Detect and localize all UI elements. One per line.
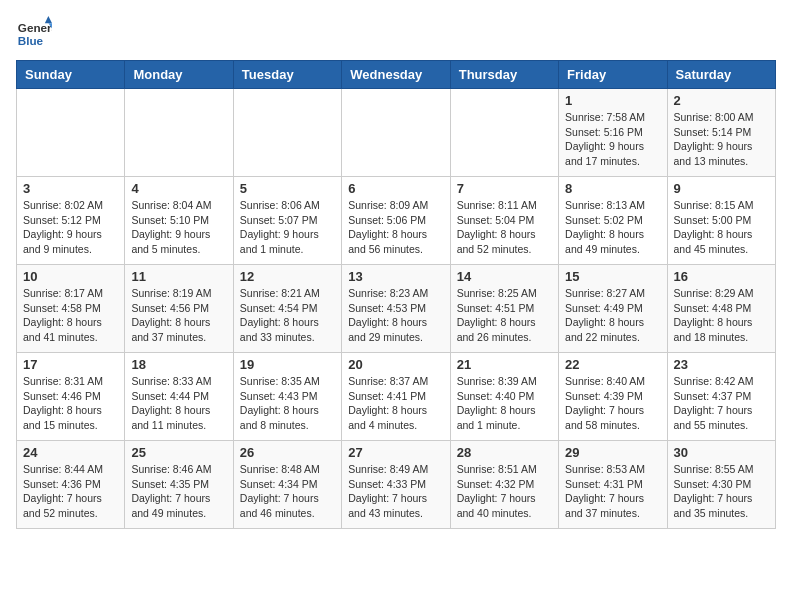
logo-icon: General Blue bbox=[16, 16, 52, 52]
day-info: Sunrise: 8:27 AM Sunset: 4:49 PM Dayligh… bbox=[565, 286, 660, 345]
day-number: 6 bbox=[348, 181, 443, 196]
weekday-header-cell: Saturday bbox=[667, 61, 775, 89]
page-header: General Blue bbox=[16, 16, 776, 52]
calendar-day-cell: 4Sunrise: 8:04 AM Sunset: 5:10 PM Daylig… bbox=[125, 177, 233, 265]
calendar-day-cell: 15Sunrise: 8:27 AM Sunset: 4:49 PM Dayli… bbox=[559, 265, 667, 353]
day-number: 18 bbox=[131, 357, 226, 372]
day-number: 13 bbox=[348, 269, 443, 284]
day-number: 16 bbox=[674, 269, 769, 284]
weekday-header-cell: Monday bbox=[125, 61, 233, 89]
day-info: Sunrise: 8:55 AM Sunset: 4:30 PM Dayligh… bbox=[674, 462, 769, 521]
day-number: 20 bbox=[348, 357, 443, 372]
calendar-day-cell: 17Sunrise: 8:31 AM Sunset: 4:46 PM Dayli… bbox=[17, 353, 125, 441]
weekday-header-cell: Thursday bbox=[450, 61, 558, 89]
calendar-day-cell: 13Sunrise: 8:23 AM Sunset: 4:53 PM Dayli… bbox=[342, 265, 450, 353]
day-number: 19 bbox=[240, 357, 335, 372]
calendar-day-cell: 22Sunrise: 8:40 AM Sunset: 4:39 PM Dayli… bbox=[559, 353, 667, 441]
day-info: Sunrise: 8:51 AM Sunset: 4:32 PM Dayligh… bbox=[457, 462, 552, 521]
day-info: Sunrise: 8:02 AM Sunset: 5:12 PM Dayligh… bbox=[23, 198, 118, 257]
calendar-day-cell bbox=[450, 89, 558, 177]
day-number: 11 bbox=[131, 269, 226, 284]
day-number: 3 bbox=[23, 181, 118, 196]
calendar-day-cell: 3Sunrise: 8:02 AM Sunset: 5:12 PM Daylig… bbox=[17, 177, 125, 265]
day-info: Sunrise: 8:23 AM Sunset: 4:53 PM Dayligh… bbox=[348, 286, 443, 345]
calendar-day-cell: 14Sunrise: 8:25 AM Sunset: 4:51 PM Dayli… bbox=[450, 265, 558, 353]
day-number: 24 bbox=[23, 445, 118, 460]
calendar-day-cell: 19Sunrise: 8:35 AM Sunset: 4:43 PM Dayli… bbox=[233, 353, 341, 441]
day-number: 7 bbox=[457, 181, 552, 196]
day-info: Sunrise: 8:09 AM Sunset: 5:06 PM Dayligh… bbox=[348, 198, 443, 257]
calendar-day-cell: 29Sunrise: 8:53 AM Sunset: 4:31 PM Dayli… bbox=[559, 441, 667, 529]
calendar-day-cell: 7Sunrise: 8:11 AM Sunset: 5:04 PM Daylig… bbox=[450, 177, 558, 265]
day-number: 27 bbox=[348, 445, 443, 460]
day-number: 4 bbox=[131, 181, 226, 196]
day-info: Sunrise: 8:29 AM Sunset: 4:48 PM Dayligh… bbox=[674, 286, 769, 345]
svg-text:Blue: Blue bbox=[18, 34, 44, 47]
weekday-header-row: SundayMondayTuesdayWednesdayThursdayFrid… bbox=[17, 61, 776, 89]
day-info: Sunrise: 8:21 AM Sunset: 4:54 PM Dayligh… bbox=[240, 286, 335, 345]
calendar-day-cell: 6Sunrise: 8:09 AM Sunset: 5:06 PM Daylig… bbox=[342, 177, 450, 265]
calendar-day-cell: 9Sunrise: 8:15 AM Sunset: 5:00 PM Daylig… bbox=[667, 177, 775, 265]
calendar-day-cell: 5Sunrise: 8:06 AM Sunset: 5:07 PM Daylig… bbox=[233, 177, 341, 265]
calendar-day-cell: 21Sunrise: 8:39 AM Sunset: 4:40 PM Dayli… bbox=[450, 353, 558, 441]
day-info: Sunrise: 8:11 AM Sunset: 5:04 PM Dayligh… bbox=[457, 198, 552, 257]
day-info: Sunrise: 8:13 AM Sunset: 5:02 PM Dayligh… bbox=[565, 198, 660, 257]
day-number: 8 bbox=[565, 181, 660, 196]
day-info: Sunrise: 8:35 AM Sunset: 4:43 PM Dayligh… bbox=[240, 374, 335, 433]
weekday-header-cell: Wednesday bbox=[342, 61, 450, 89]
weekday-header-cell: Tuesday bbox=[233, 61, 341, 89]
day-number: 26 bbox=[240, 445, 335, 460]
calendar-day-cell: 26Sunrise: 8:48 AM Sunset: 4:34 PM Dayli… bbox=[233, 441, 341, 529]
day-number: 14 bbox=[457, 269, 552, 284]
day-info: Sunrise: 8:33 AM Sunset: 4:44 PM Dayligh… bbox=[131, 374, 226, 433]
calendar-day-cell: 11Sunrise: 8:19 AM Sunset: 4:56 PM Dayli… bbox=[125, 265, 233, 353]
day-info: Sunrise: 8:25 AM Sunset: 4:51 PM Dayligh… bbox=[457, 286, 552, 345]
calendar-day-cell bbox=[125, 89, 233, 177]
day-number: 28 bbox=[457, 445, 552, 460]
calendar-week-row: 1Sunrise: 7:58 AM Sunset: 5:16 PM Daylig… bbox=[17, 89, 776, 177]
calendar-body: 1Sunrise: 7:58 AM Sunset: 5:16 PM Daylig… bbox=[17, 89, 776, 529]
day-info: Sunrise: 8:53 AM Sunset: 4:31 PM Dayligh… bbox=[565, 462, 660, 521]
day-number: 12 bbox=[240, 269, 335, 284]
calendar-week-row: 17Sunrise: 8:31 AM Sunset: 4:46 PM Dayli… bbox=[17, 353, 776, 441]
calendar-day-cell bbox=[233, 89, 341, 177]
calendar-week-row: 24Sunrise: 8:44 AM Sunset: 4:36 PM Dayli… bbox=[17, 441, 776, 529]
calendar-day-cell bbox=[342, 89, 450, 177]
calendar-day-cell: 30Sunrise: 8:55 AM Sunset: 4:30 PM Dayli… bbox=[667, 441, 775, 529]
day-info: Sunrise: 8:40 AM Sunset: 4:39 PM Dayligh… bbox=[565, 374, 660, 433]
weekday-header-cell: Sunday bbox=[17, 61, 125, 89]
day-number: 9 bbox=[674, 181, 769, 196]
calendar-day-cell: 10Sunrise: 8:17 AM Sunset: 4:58 PM Dayli… bbox=[17, 265, 125, 353]
calendar-day-cell: 20Sunrise: 8:37 AM Sunset: 4:41 PM Dayli… bbox=[342, 353, 450, 441]
calendar: SundayMondayTuesdayWednesdayThursdayFrid… bbox=[16, 60, 776, 529]
calendar-day-cell: 27Sunrise: 8:49 AM Sunset: 4:33 PM Dayli… bbox=[342, 441, 450, 529]
day-info: Sunrise: 8:19 AM Sunset: 4:56 PM Dayligh… bbox=[131, 286, 226, 345]
day-info: Sunrise: 8:46 AM Sunset: 4:35 PM Dayligh… bbox=[131, 462, 226, 521]
calendar-day-cell: 12Sunrise: 8:21 AM Sunset: 4:54 PM Dayli… bbox=[233, 265, 341, 353]
day-number: 17 bbox=[23, 357, 118, 372]
calendar-day-cell: 23Sunrise: 8:42 AM Sunset: 4:37 PM Dayli… bbox=[667, 353, 775, 441]
calendar-day-cell: 24Sunrise: 8:44 AM Sunset: 4:36 PM Dayli… bbox=[17, 441, 125, 529]
day-info: Sunrise: 8:06 AM Sunset: 5:07 PM Dayligh… bbox=[240, 198, 335, 257]
day-number: 25 bbox=[131, 445, 226, 460]
day-number: 15 bbox=[565, 269, 660, 284]
calendar-day-cell: 2Sunrise: 8:00 AM Sunset: 5:14 PM Daylig… bbox=[667, 89, 775, 177]
day-info: Sunrise: 8:49 AM Sunset: 4:33 PM Dayligh… bbox=[348, 462, 443, 521]
day-number: 10 bbox=[23, 269, 118, 284]
day-number: 29 bbox=[565, 445, 660, 460]
day-number: 5 bbox=[240, 181, 335, 196]
day-number: 2 bbox=[674, 93, 769, 108]
calendar-day-cell: 16Sunrise: 8:29 AM Sunset: 4:48 PM Dayli… bbox=[667, 265, 775, 353]
day-info: Sunrise: 8:04 AM Sunset: 5:10 PM Dayligh… bbox=[131, 198, 226, 257]
day-info: Sunrise: 8:42 AM Sunset: 4:37 PM Dayligh… bbox=[674, 374, 769, 433]
calendar-week-row: 3Sunrise: 8:02 AM Sunset: 5:12 PM Daylig… bbox=[17, 177, 776, 265]
day-number: 22 bbox=[565, 357, 660, 372]
calendar-week-row: 10Sunrise: 8:17 AM Sunset: 4:58 PM Dayli… bbox=[17, 265, 776, 353]
day-number: 21 bbox=[457, 357, 552, 372]
day-info: Sunrise: 8:48 AM Sunset: 4:34 PM Dayligh… bbox=[240, 462, 335, 521]
day-info: Sunrise: 8:17 AM Sunset: 4:58 PM Dayligh… bbox=[23, 286, 118, 345]
logo: General Blue bbox=[16, 16, 52, 52]
day-info: Sunrise: 8:00 AM Sunset: 5:14 PM Dayligh… bbox=[674, 110, 769, 169]
day-info: Sunrise: 8:44 AM Sunset: 4:36 PM Dayligh… bbox=[23, 462, 118, 521]
calendar-day-cell: 28Sunrise: 8:51 AM Sunset: 4:32 PM Dayli… bbox=[450, 441, 558, 529]
